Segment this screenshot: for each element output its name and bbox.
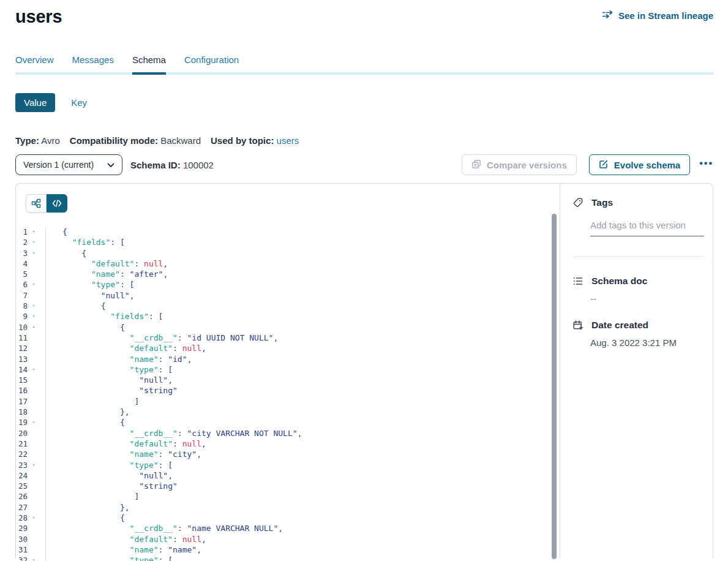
code-text: {	[45, 513, 560, 523]
code-text: {	[45, 322, 560, 333]
editor-toolbar	[16, 184, 560, 213]
collapse-arrow-icon[interactable]: ▾	[28, 227, 40, 237]
line-number: 20	[16, 428, 28, 439]
sidebar-divider	[572, 256, 704, 257]
code-line: 29 "__crdb__": "name VARCHAR NULL",	[16, 523, 560, 533]
meta-item: Type: Avro	[15, 135, 60, 146]
line-number: 28	[16, 513, 28, 523]
code-text: "null",	[45, 470, 560, 481]
stream-lineage-link[interactable]: See in Stream lineage	[602, 10, 713, 21]
code-line: 12 "default": null,	[16, 343, 560, 353]
tab-schema[interactable]: Schema	[132, 55, 166, 72]
schema-card: 1▾{2▾ "fields": [3▾ {4 "default": null,5…	[15, 183, 713, 559]
key-tab-button[interactable]: Key	[71, 97, 87, 108]
collapse-arrow-icon[interactable]: ▾	[28, 460, 40, 470]
topic-link[interactable]: users	[277, 135, 299, 146]
schema-id: Schema ID: 100002	[130, 160, 214, 170]
code-line: 11 "__crdb__": "id UUID NOT NULL",	[16, 333, 560, 343]
line-number: 8	[16, 301, 28, 311]
line-number: 22	[16, 449, 28, 459]
code-line: 31 "name": "name",	[16, 544, 560, 555]
schema-sidebar: Tags Schema do	[560, 184, 713, 559]
code-text: {	[45, 301, 560, 311]
code-lines: 1▾{2▾ "fields": [3▾ {4 "default": null,5…	[16, 227, 560, 561]
tags-input[interactable]	[590, 220, 704, 236]
code-scrollbar-thumb[interactable]	[552, 214, 557, 559]
line-number: 30	[16, 534, 28, 544]
line-number: 26	[16, 491, 28, 502]
line-number: 3	[16, 248, 28, 258]
tab-messages[interactable]: Messages	[72, 55, 114, 72]
meta-item: Compatibility mode: Backward	[70, 135, 201, 146]
line-number: 27	[16, 502, 28, 513]
meta-value: Avro	[41, 135, 60, 146]
code-line: 8▾ {	[16, 301, 560, 311]
code-line: 24 "null",	[16, 470, 560, 481]
code-text: "name": "name",	[45, 544, 560, 555]
line-number: 6	[16, 279, 28, 290]
line-number: 23	[16, 460, 28, 470]
code-line: 23▾ "type": [	[16, 460, 560, 470]
collapse-arrow-icon[interactable]: ▾	[28, 311, 40, 322]
line-number: 12	[16, 343, 28, 353]
schema-doc-section: Schema doc --	[572, 276, 704, 304]
more-options-button[interactable]: •••	[699, 158, 713, 171]
code-line: 3▾ {	[16, 248, 560, 258]
tab-configuration[interactable]: Configuration	[184, 55, 239, 72]
code-text: "null",	[45, 375, 560, 385]
code-view-icon[interactable]	[47, 194, 67, 213]
code-line: 16 "string"	[16, 385, 560, 396]
code-line: 1▾{	[16, 227, 560, 237]
code-text: "__crdb__": "name VARCHAR NULL",	[45, 523, 560, 533]
code-text: "default": null,	[45, 534, 560, 544]
line-number: 2	[16, 237, 28, 247]
code-text: "fields": [	[45, 237, 560, 247]
schema-id-label: Schema ID:	[130, 160, 181, 170]
key-value-toggle: Value Key	[15, 93, 713, 112]
tags-section-title: Tags	[591, 197, 613, 208]
code-text: "name": "id",	[45, 354, 560, 364]
code-line: 19▾ {	[16, 417, 560, 427]
line-number: 19	[16, 417, 28, 427]
line-number: 31	[16, 544, 28, 555]
line-number: 5	[16, 269, 28, 279]
code-text: ]	[45, 396, 560, 407]
meta-label: Type:	[15, 135, 39, 146]
versions-icon	[471, 159, 481, 171]
line-number: 21	[16, 439, 28, 449]
code-line: 5 "name": "after",	[16, 269, 560, 279]
collapse-arrow-icon[interactable]: ▾	[28, 364, 40, 375]
tree-view-icon[interactable]	[26, 194, 47, 213]
code-text: {	[45, 248, 560, 258]
code-text: "__crdb__": "id UUID NOT NULL",	[45, 333, 560, 343]
collapse-arrow-icon[interactable]: ▾	[28, 248, 40, 258]
date-created-section: Date created Aug. 3 2022 3:21 PM	[572, 320, 704, 348]
version-select[interactable]: Version 1 (current)	[15, 154, 122, 175]
line-number: 11	[16, 333, 28, 343]
compare-versions-button[interactable]: Compare versions	[462, 154, 577, 175]
tab-overview[interactable]: Overview	[15, 55, 54, 72]
collapse-arrow-icon[interactable]: ▾	[28, 279, 40, 290]
page-title: users	[15, 6, 62, 27]
tags-section-heading: Tags	[572, 197, 704, 208]
collapse-arrow-icon[interactable]: ▾	[28, 555, 40, 561]
line-number: 9	[16, 311, 28, 322]
date-created-heading: Date created	[572, 320, 704, 331]
collapse-arrow-icon[interactable]: ▾	[28, 322, 40, 333]
line-number: 16	[16, 385, 28, 396]
value-tab-button[interactable]: Value	[15, 93, 55, 112]
collapse-arrow-icon[interactable]: ▾	[28, 417, 40, 427]
code-line: 6▾ "type": [	[16, 279, 560, 290]
collapse-arrow-icon[interactable]: ▾	[28, 237, 40, 247]
collapse-arrow-icon[interactable]: ▾	[28, 301, 40, 311]
code-line: 9▾ "fields": [	[16, 311, 560, 322]
evolve-schema-label: Evolve schema	[614, 160, 680, 170]
list-icon	[572, 276, 584, 287]
line-number: 17	[16, 396, 28, 407]
evolve-schema-button[interactable]: Evolve schema	[589, 154, 690, 175]
code-text: {	[45, 227, 560, 237]
code-text: "string"	[45, 385, 560, 396]
schema-doc-heading: Schema doc	[572, 276, 704, 287]
collapse-arrow-icon[interactable]: ▾	[28, 513, 40, 523]
code-line: 2▾ "fields": [	[16, 237, 560, 247]
